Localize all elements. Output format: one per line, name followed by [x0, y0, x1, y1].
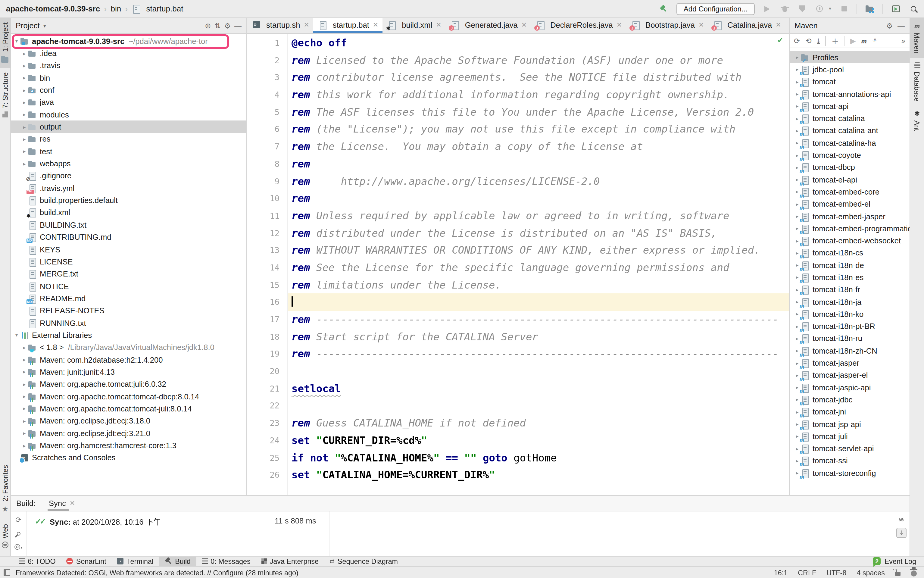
panel-settings-icon[interactable]: ⚙ [886, 21, 893, 30]
close-icon[interactable]: ✕ [436, 21, 441, 29]
locate-file-icon[interactable]: ⊕ [205, 21, 211, 30]
maven-item[interactable]: ▸mtomcat-embed-jasper [789, 210, 909, 222]
profiler-dropdown-icon[interactable]: ▾ [829, 6, 831, 11]
tree-row[interactable]: ▸Maven: org.hamcrest:hamcrest-core:1.3 [11, 440, 246, 452]
debug-icon[interactable] [780, 4, 789, 13]
maven-item[interactable]: ▸mtomcat-jni [789, 406, 909, 418]
execute-maven-goal-icon[interactable]: m [861, 37, 867, 44]
code-line[interactable] [288, 363, 789, 380]
tool-strip-button-ant[interactable]: ✱Ant [910, 106, 924, 136]
add-maven-project-icon[interactable]: ＋ [832, 36, 839, 46]
chevron-down-icon[interactable]: ▾ [43, 23, 46, 29]
tree-row[interactable]: NOTICE [11, 280, 246, 292]
maven-item[interactable]: ▸✓Profiles [789, 51, 909, 63]
tree-row[interactable]: KEYS [11, 244, 246, 256]
chevron-down-icon[interactable]: ▾ [13, 332, 20, 338]
toolwindow-button-0-messages[interactable]: 0: Messages [196, 556, 256, 566]
tree-row[interactable]: ▾External Libraries [11, 329, 246, 341]
tab-build-xml[interactable]: ✱build.xml✕ [383, 18, 446, 33]
breadcrumb-item[interactable]: bin [111, 4, 122, 13]
maven-item[interactable]: ▸mtomcat-i18n-ko [789, 308, 909, 320]
code-line[interactable]: rem See the License for the specific lan… [288, 259, 789, 276]
status-message[interactable]: Frameworks Detected: OSGi, Web framework… [16, 569, 298, 576]
run-maven-goal-icon[interactable]: ▶ [850, 36, 856, 45]
code-line[interactable]: rem limitations under the License. [288, 276, 789, 293]
chevron-right-icon[interactable]: ▸ [21, 136, 28, 142]
chevron-right-icon[interactable]: ▸ [21, 418, 28, 424]
tab-declareroles-java[interactable]: JDeclareRoles.java✕ [531, 18, 626, 33]
status-widget-line-separator[interactable]: CRLF [798, 569, 816, 576]
tree-row[interactable]: ▸output [11, 121, 246, 133]
toolwindow-button-sequence-diagram[interactable]: ⇄Sequence Diagram [324, 556, 403, 566]
toolwindow-button-java-enterprise[interactable]: Java Enterprise [256, 556, 324, 566]
code-line[interactable] [288, 397, 789, 414]
code-line[interactable]: rem Licensed to the Apache Software Foun… [288, 52, 789, 69]
chevron-right-icon[interactable]: ▸ [21, 369, 28, 375]
coverage-icon[interactable] [798, 4, 807, 13]
maven-item[interactable]: ▸mtomcat-i18n-de [789, 259, 909, 271]
maven-item[interactable]: ▸mtomcat-juli [789, 430, 909, 442]
code-line[interactable]: rem The ASF licenses this file to You un… [288, 104, 789, 121]
maven-item[interactable]: ▸mtomcat-jdbc [789, 394, 909, 406]
status-widget-indent[interactable]: 4 spaces [856, 569, 885, 576]
code-line[interactable]: @echo off [288, 34, 789, 52]
toolwindow-button-terminal[interactable]: ›Terminal [112, 556, 159, 566]
maven-item[interactable]: ▸mtomcat-catalina [789, 112, 909, 125]
chevron-right-icon[interactable]: ▸ [21, 99, 28, 106]
hide-panel-icon[interactable]: — [234, 21, 242, 30]
chevron-right-icon[interactable]: ▸ [21, 430, 28, 436]
chevron-right-icon[interactable]: ▸ [21, 124, 28, 130]
code-line[interactable]: rem this work for additional information… [288, 86, 789, 103]
filter-icon[interactable]: ◎▾ [14, 542, 23, 550]
status-widget-encoding[interactable]: UTF-8 [827, 569, 846, 576]
more-actions-icon[interactable]: » [901, 36, 905, 45]
code-line[interactable] [288, 294, 789, 311]
tree-row[interactable]: ✱build.xml [11, 207, 246, 219]
editor-code[interactable]: @echo offrem Licensed to the Apache Soft… [288, 34, 789, 495]
maven-item[interactable]: ▸mtomcat-embed-websocket [789, 235, 909, 247]
tree-row[interactable]: ▸webapps [11, 157, 246, 170]
hide-panel-icon[interactable]: — [898, 21, 905, 30]
build-hammer-icon[interactable] [659, 4, 669, 13]
maven-item[interactable]: ▸mtomcat [789, 76, 909, 88]
tree-row[interactable]: build.properties.default [11, 194, 246, 207]
code-line[interactable]: rem WITHOUT WARRANTIES OR CONDITIONS OF … [288, 242, 789, 259]
code-line[interactable]: rem [288, 156, 789, 172]
tool-strip-button-maven[interactable]: mMaven [910, 18, 924, 58]
tree-row[interactable]: ▸Maven: org.apache.tomcat:tomcat-juli:8.… [11, 403, 246, 415]
code-line[interactable]: rem the License. You may obtain a copy o… [288, 138, 789, 155]
tree-row[interactable]: MDREADME.md [11, 292, 246, 305]
build-tab-sync[interactable]: Sync ✕ [46, 496, 78, 511]
chevron-right-icon[interactable]: ▸ [21, 381, 28, 387]
maven-item[interactable]: ▸mtomcat-i18n-pt-BR [789, 320, 909, 333]
close-icon[interactable]: ✕ [699, 21, 704, 29]
toolwindow-button-build[interactable]: Build [159, 556, 196, 566]
rerun-icon[interactable]: ⟳ [15, 516, 21, 524]
tree-row[interactable]: ▸Maven: com.h2database:h2:1.4.200 [11, 354, 246, 366]
tree-row[interactable]: ▸Maven: org.apache.tomcat:tomcat-dbcp:8.… [11, 390, 246, 403]
chevron-right-icon[interactable]: ▸ [21, 442, 28, 448]
tree-row[interactable]: ▸java [11, 96, 246, 109]
run-anything-icon[interactable] [891, 4, 901, 13]
code-line[interactable]: rem Guess CATALINA_HOME if not defined [288, 414, 789, 432]
download-sources-icon[interactable]: ⤓ [817, 36, 820, 45]
maven-item[interactable]: ▸mtomcat-catalina-ha [789, 137, 909, 149]
chevron-right-icon[interactable]: ▸ [21, 357, 28, 363]
maven-item[interactable]: ▸mtomcat-storeconfig [789, 467, 909, 479]
pin-icon[interactable] [16, 531, 21, 536]
tab-startup-bat[interactable]: startup.bat✕ [313, 18, 383, 33]
maven-item[interactable]: ▸mtomcat-i18n-ru [789, 333, 909, 345]
maven-item[interactable]: ▸mtomcat-embed-el [789, 198, 909, 210]
code-line[interactable]: rem ------------------------------------… [288, 346, 789, 363]
code-line[interactable]: rem (the "License"); you may not use thi… [288, 121, 789, 138]
project-structure-icon[interactable] [865, 4, 875, 13]
chevron-right-icon[interactable]: ▸ [21, 112, 28, 117]
tool-strip-button-1-project[interactable]: 1: Project [0, 18, 11, 68]
breadcrumb-item[interactable]: apache-tomcat-9.0.39-src [6, 4, 100, 13]
tree-row[interactable]: ▸conf [11, 84, 246, 96]
maven-item[interactable]: ▸mtomcat-jasper [789, 357, 909, 369]
code-line[interactable]: rem http://www.apache.org/licenses/LICEN… [288, 172, 789, 190]
reimport-maven-icon[interactable]: ⟳ [794, 36, 800, 45]
scroll-to-end-icon[interactable]: ⤓ [896, 528, 906, 538]
code-line[interactable]: rem Unless required by applicable law or… [288, 207, 789, 224]
